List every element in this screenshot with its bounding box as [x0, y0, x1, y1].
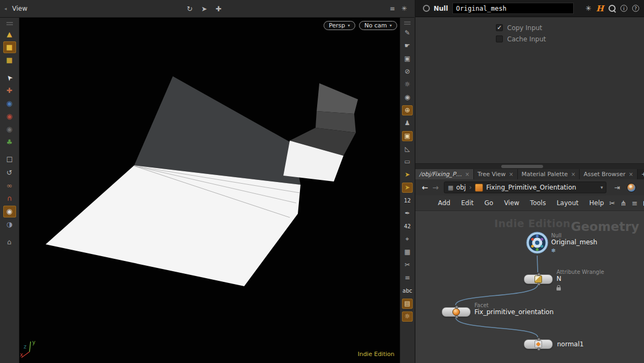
sphere-icon[interactable]: ◉ [402, 92, 413, 103]
lock-icon[interactable]: ▣ [402, 54, 413, 64]
copy-input-checkbox[interactable]: ✓ [496, 24, 503, 31]
hand-icon[interactable]: ☛ [402, 41, 413, 51]
wrench-icon[interactable]: ✂ [609, 199, 615, 207]
camera-dropdown[interactable]: No cam ▾ [359, 21, 397, 30]
info-icon[interactable]: i [620, 5, 627, 12]
tree-view-icon[interactable]: ⋔ [620, 199, 626, 207]
globe-tool-icon[interactable]: ◑ [3, 219, 16, 230]
frozen-snowflake-icon[interactable]: ❄ [551, 248, 597, 253]
help-icon[interactable]: ? [632, 5, 639, 12]
node-original-mesh[interactable] [525, 231, 549, 255]
scrollbar-thumb[interactable] [501, 165, 543, 168]
menu-go[interactable]: Go [479, 199, 499, 207]
lamp-icon[interactable]: ☼ [402, 311, 413, 322]
tab-network-editor[interactable]: /obj/Fixing_P… × [415, 169, 474, 179]
lock-icon[interactable] [557, 287, 561, 291]
cone-tool-icon[interactable]: ▲ [3, 28, 16, 40]
breadcrumb-node[interactable]: Fixing_Primitive_Orientation [486, 184, 601, 191]
brush-icon[interactable]: ✎ [402, 28, 413, 38]
back-icon[interactable]: ← [422, 183, 428, 192]
cache-input-checkbox[interactable] [496, 35, 503, 42]
plant-tool-icon[interactable]: ♣ [3, 136, 16, 148]
node-facet[interactable] [442, 307, 471, 317]
snap-icon[interactable]: ⊕ [402, 105, 413, 115]
transform-icon[interactable]: ✚ [216, 5, 222, 13]
mirror-icon[interactable]: ▭ [402, 157, 413, 167]
menu-help[interactable]: Help [584, 199, 609, 207]
forward-icon[interactable]: → [433, 183, 439, 192]
persp-dropdown[interactable]: Persp ▾ [324, 21, 355, 30]
tab-asset-browser[interactable]: Asset Browser × [580, 169, 638, 179]
rig-tool-icon[interactable]: ☐ [3, 154, 16, 166]
menu-edit[interactable]: Edit [456, 199, 479, 207]
houdini-logo-icon[interactable]: H [596, 4, 604, 13]
display-options-icon[interactable]: ≡ [390, 5, 395, 12]
node-label-original-mesh: Null Original_mesh ❄ [551, 233, 597, 253]
scale-tool-icon[interactable]: ◉ [3, 111, 16, 122]
close-icon[interactable]: × [509, 171, 513, 177]
node-name-input[interactable] [452, 3, 574, 14]
menu-view[interactable]: View [499, 199, 524, 207]
list-view-icon[interactable]: ≡ [632, 199, 638, 207]
toolbar-grip[interactable] [6, 22, 13, 23]
network-editor-canvas[interactable]: Indie Edition Geometry [415, 211, 644, 363]
key-icon[interactable]: ➤ [402, 170, 413, 180]
grid-icon[interactable]: ▦ [402, 247, 413, 257]
gear-icon[interactable]: ✳ [586, 4, 591, 12]
handles-tool-icon[interactable]: ◉ [3, 206, 16, 217]
character-icon[interactable]: ♟ [402, 118, 413, 128]
menu-add[interactable]: Add [433, 199, 456, 207]
chain-tool-icon[interactable]: ∞ [3, 180, 16, 192]
lines-icon[interactable]: ≡ [402, 273, 413, 283]
viewport-settings-icon[interactable]: ✳ [401, 5, 407, 12]
magnet-tool-icon[interactable]: ∩ [3, 193, 16, 205]
bucket-tool-icon[interactable]: ⌂ [3, 236, 16, 248]
level-12-label[interactable]: 12 [402, 195, 413, 206]
pose-icon[interactable]: ▣ [402, 131, 413, 141]
compass-icon[interactable] [627, 183, 636, 192]
menu-tools[interactable]: Tools [525, 199, 552, 207]
pin-icon[interactable]: ⇥ [614, 184, 620, 192]
mesh-3d-view[interactable]: y x z [19, 18, 400, 363]
tab-tree-view[interactable]: Tree View × [474, 169, 518, 179]
ruler-icon[interactable]: ◺ [402, 144, 413, 154]
close-icon[interactable]: × [629, 171, 633, 177]
chevron-down-icon[interactable]: ▾ [601, 185, 603, 190]
new-tab-icon[interactable]: + [641, 171, 644, 178]
abc-label[interactable]: abc [402, 286, 413, 296]
orbit-icon[interactable]: ↻ [187, 5, 193, 13]
close-icon[interactable]: × [571, 171, 575, 177]
dart-icon[interactable]: ✒ [402, 208, 413, 219]
search-icon[interactable] [609, 5, 616, 12]
node-attribute-wrangle[interactable] [524, 274, 553, 284]
hook-tool-icon[interactable]: ↺ [3, 167, 16, 179]
select-icon[interactable]: ➤ [201, 5, 207, 13]
pane-collapse-icon[interactable]: ◂ [4, 6, 7, 11]
network-path-bar: ← → ▦ obj › Fixing_Primitive_Orientation… [415, 179, 644, 196]
scissors-icon[interactable]: ✂ [402, 260, 413, 270]
breadcrumb-root[interactable]: obj [456, 184, 466, 191]
bulb-icon[interactable]: ☼ [402, 79, 413, 90]
chevron-down-icon: ▾ [390, 23, 392, 28]
no-entry-icon[interactable]: ⊘ [402, 67, 413, 77]
level-42-label[interactable]: 42 [402, 221, 413, 231]
soft-select-tool-icon[interactable]: ◉ [3, 124, 16, 135]
viewport-3d[interactable]: y x z Persp ▾ No cam ▾ Indie Edition [19, 18, 400, 363]
move-tool-icon[interactable]: ✚ [3, 85, 16, 97]
node-normal1[interactable] [524, 339, 553, 349]
select-tool-icon[interactable]: ➤ [1, 69, 18, 87]
toolbar-grip[interactable] [404, 21, 411, 23]
image-icon[interactable]: ▤ [402, 299, 413, 309]
frame-icon[interactable]: ⌖ [402, 234, 413, 244]
param-row-copy-input: ✓ Copy Input [415, 22, 644, 33]
menu-layout[interactable]: Layout [551, 199, 584, 207]
close-icon[interactable]: × [465, 171, 469, 177]
tab-material-palette[interactable]: Material Palette × [518, 169, 580, 179]
node-type-label: Null [434, 5, 448, 12]
rotate-tool-icon[interactable]: ◉ [3, 98, 16, 110]
keyframe-icon[interactable]: ➤ [402, 183, 413, 193]
breadcrumb[interactable]: ▦ obj › Fixing_Primitive_Orientation ▾ [444, 182, 606, 193]
box-tool-icon[interactable]: ■ [3, 41, 16, 53]
parameter-header: Null ✳ H i ? [415, 0, 644, 17]
cube-tool-icon[interactable]: ■ [3, 54, 16, 66]
